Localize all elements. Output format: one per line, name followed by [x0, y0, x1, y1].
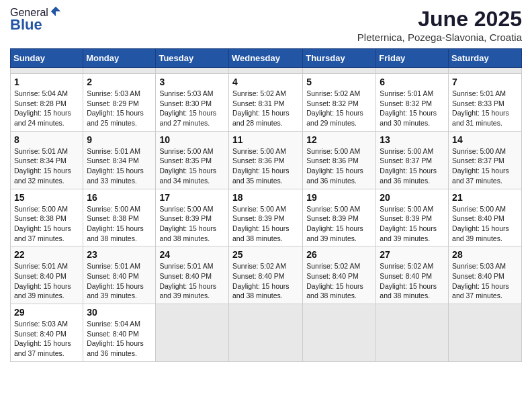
- location: Pleternica, Pozega-Slavonia, Croatia: [357, 32, 522, 43]
- calendar-cell: 5Sunrise: 5:02 AM Sunset: 8:32 PM Daylig…: [303, 74, 376, 132]
- day-number: 2: [87, 77, 152, 87]
- calendar-cell: [83, 68, 156, 74]
- day-info: Sunrise: 5:03 AM Sunset: 8:29 PM Dayligh…: [87, 89, 152, 128]
- day-info: Sunrise: 5:04 AM Sunset: 8:40 PM Dayligh…: [87, 319, 152, 359]
- calendar-cell: 2Sunrise: 5:03 AM Sunset: 8:29 PM Daylig…: [83, 74, 156, 132]
- calendar-cell: [228, 68, 302, 74]
- day-info: Sunrise: 5:00 AM Sunset: 8:39 PM Dayligh…: [306, 204, 372, 244]
- day-info: Sunrise: 5:01 AM Sunset: 8:32 PM Dayligh…: [380, 89, 445, 128]
- day-number: 24: [159, 249, 225, 260]
- calendar-cell: 17Sunrise: 5:00 AM Sunset: 8:39 PM Dayli…: [156, 189, 229, 246]
- day-number: 18: [232, 192, 299, 203]
- day-number: 27: [380, 249, 445, 260]
- calendar-cell: 22Sunrise: 5:01 AM Sunset: 8:40 PM Dayli…: [11, 246, 83, 304]
- day-number: 3: [159, 77, 225, 87]
- calendar-cell: [156, 304, 229, 362]
- day-info: Sunrise: 5:00 AM Sunset: 8:38 PM Dayligh…: [14, 204, 79, 244]
- logo: General Blue: [10, 7, 62, 34]
- day-number: 4: [232, 77, 299, 87]
- day-number: 30: [87, 307, 152, 318]
- calendar-cell: [228, 304, 302, 362]
- calendar-cell: 20Sunrise: 5:00 AM Sunset: 8:39 PM Dayli…: [376, 189, 449, 246]
- month-title: June 2025: [357, 7, 522, 32]
- calendar-cell: 18Sunrise: 5:00 AM Sunset: 8:39 PM Dayli…: [228, 189, 302, 246]
- calendar-cell: 4Sunrise: 5:02 AM Sunset: 8:31 PM Daylig…: [228, 74, 302, 132]
- day-info: Sunrise: 5:00 AM Sunset: 8:39 PM Dayligh…: [232, 204, 299, 244]
- column-header-wednesday: Wednesday: [228, 49, 302, 68]
- calendar-cell: [376, 68, 449, 74]
- calendar-cell: 9Sunrise: 5:01 AM Sunset: 8:34 PM Daylig…: [83, 131, 156, 189]
- day-info: Sunrise: 5:03 AM Sunset: 8:30 PM Dayligh…: [159, 89, 225, 128]
- calendar-week-4: 22Sunrise: 5:01 AM Sunset: 8:40 PM Dayli…: [11, 246, 522, 304]
- day-number: 8: [14, 134, 79, 145]
- calendar-cell: [156, 68, 229, 74]
- day-number: 16: [87, 192, 152, 203]
- column-header-sunday: Sunday: [11, 49, 83, 68]
- day-info: Sunrise: 5:00 AM Sunset: 8:37 PM Dayligh…: [380, 146, 445, 186]
- day-info: Sunrise: 5:02 AM Sunset: 8:32 PM Dayligh…: [306, 89, 372, 128]
- day-number: 29: [14, 307, 79, 318]
- day-info: Sunrise: 5:02 AM Sunset: 8:40 PM Dayligh…: [306, 261, 372, 301]
- calendar-cell: 24Sunrise: 5:01 AM Sunset: 8:40 PM Dayli…: [156, 246, 229, 304]
- calendar-cell: 29Sunrise: 5:03 AM Sunset: 8:40 PM Dayli…: [11, 304, 83, 362]
- day-info: Sunrise: 5:03 AM Sunset: 8:40 PM Dayligh…: [14, 319, 79, 359]
- calendar-body: 1Sunrise: 5:04 AM Sunset: 8:28 PM Daylig…: [11, 68, 522, 362]
- day-number: 6: [380, 77, 445, 87]
- page-header: General Blue June 2025 Pleternica, Pozeg…: [10, 7, 522, 43]
- column-header-tuesday: Tuesday: [156, 49, 229, 68]
- day-info: Sunrise: 5:00 AM Sunset: 8:37 PM Dayligh…: [452, 146, 518, 186]
- day-info: Sunrise: 5:00 AM Sunset: 8:36 PM Dayligh…: [306, 146, 372, 186]
- calendar-cell: [376, 304, 449, 362]
- calendar-cell: 10Sunrise: 5:00 AM Sunset: 8:35 PM Dayli…: [156, 131, 229, 189]
- day-info: Sunrise: 5:03 AM Sunset: 8:40 PM Dayligh…: [452, 261, 518, 301]
- calendar-cell: 19Sunrise: 5:00 AM Sunset: 8:39 PM Dayli…: [303, 189, 376, 246]
- day-info: Sunrise: 5:04 AM Sunset: 8:28 PM Dayligh…: [14, 89, 79, 128]
- calendar-cell: 6Sunrise: 5:01 AM Sunset: 8:32 PM Daylig…: [376, 74, 449, 132]
- day-info: Sunrise: 5:01 AM Sunset: 8:34 PM Dayligh…: [14, 146, 79, 186]
- calendar-cell: 8Sunrise: 5:01 AM Sunset: 8:34 PM Daylig…: [11, 131, 83, 189]
- calendar-cell: 26Sunrise: 5:02 AM Sunset: 8:40 PM Dayli…: [303, 246, 376, 304]
- day-number: 15: [14, 192, 79, 203]
- day-number: 22: [14, 249, 79, 260]
- column-header-saturday: Saturday: [449, 49, 522, 68]
- calendar-table: SundayMondayTuesdayWednesdayThursdayFrid…: [10, 48, 522, 362]
- calendar-week-0: [11, 68, 522, 74]
- day-info: Sunrise: 5:01 AM Sunset: 8:40 PM Dayligh…: [14, 261, 79, 301]
- calendar-cell: 30Sunrise: 5:04 AM Sunset: 8:40 PM Dayli…: [83, 304, 156, 362]
- day-info: Sunrise: 5:01 AM Sunset: 8:34 PM Dayligh…: [87, 146, 152, 186]
- day-info: Sunrise: 5:00 AM Sunset: 8:39 PM Dayligh…: [159, 204, 225, 244]
- day-number: 26: [306, 249, 372, 260]
- calendar-cell: [11, 68, 83, 74]
- day-info: Sunrise: 5:00 AM Sunset: 8:39 PM Dayligh…: [380, 204, 445, 244]
- day-number: 10: [159, 134, 225, 145]
- calendar-header-row: SundayMondayTuesdayWednesdayThursdayFrid…: [11, 49, 522, 68]
- day-info: Sunrise: 5:00 AM Sunset: 8:40 PM Dayligh…: [452, 204, 518, 244]
- day-number: 1: [14, 77, 79, 87]
- day-info: Sunrise: 5:00 AM Sunset: 8:38 PM Dayligh…: [87, 204, 152, 244]
- calendar-cell: [449, 304, 522, 362]
- calendar-cell: 23Sunrise: 5:01 AM Sunset: 8:40 PM Dayli…: [83, 246, 156, 304]
- calendar-cell: 25Sunrise: 5:02 AM Sunset: 8:40 PM Dayli…: [228, 246, 302, 304]
- day-number: 14: [452, 134, 518, 145]
- calendar-cell: 21Sunrise: 5:00 AM Sunset: 8:40 PM Dayli…: [449, 189, 522, 246]
- calendar-cell: 13Sunrise: 5:00 AM Sunset: 8:37 PM Dayli…: [376, 131, 449, 189]
- calendar-cell: 12Sunrise: 5:00 AM Sunset: 8:36 PM Dayli…: [303, 131, 376, 189]
- day-number: 7: [452, 77, 518, 87]
- day-number: 21: [452, 192, 518, 203]
- day-info: Sunrise: 5:01 AM Sunset: 8:33 PM Dayligh…: [452, 89, 518, 128]
- calendar-cell: 28Sunrise: 5:03 AM Sunset: 8:40 PM Dayli…: [449, 246, 522, 304]
- day-info: Sunrise: 5:00 AM Sunset: 8:36 PM Dayligh…: [232, 146, 299, 186]
- day-number: 13: [380, 134, 445, 145]
- calendar-week-3: 15Sunrise: 5:00 AM Sunset: 8:38 PM Dayli…: [11, 189, 522, 246]
- column-header-thursday: Thursday: [303, 49, 376, 68]
- calendar-cell: 16Sunrise: 5:00 AM Sunset: 8:38 PM Dayli…: [83, 189, 156, 246]
- day-info: Sunrise: 5:02 AM Sunset: 8:40 PM Dayligh…: [232, 261, 299, 301]
- logo-blue: Blue: [10, 16, 62, 34]
- day-number: 12: [306, 134, 372, 145]
- day-number: 5: [306, 77, 372, 87]
- calendar-cell: 14Sunrise: 5:00 AM Sunset: 8:37 PM Dayli…: [449, 131, 522, 189]
- calendar-cell: 11Sunrise: 5:00 AM Sunset: 8:36 PM Dayli…: [228, 131, 302, 189]
- calendar-cell: 27Sunrise: 5:02 AM Sunset: 8:40 PM Dayli…: [376, 246, 449, 304]
- column-header-friday: Friday: [376, 49, 449, 68]
- day-info: Sunrise: 5:01 AM Sunset: 8:40 PM Dayligh…: [87, 261, 152, 301]
